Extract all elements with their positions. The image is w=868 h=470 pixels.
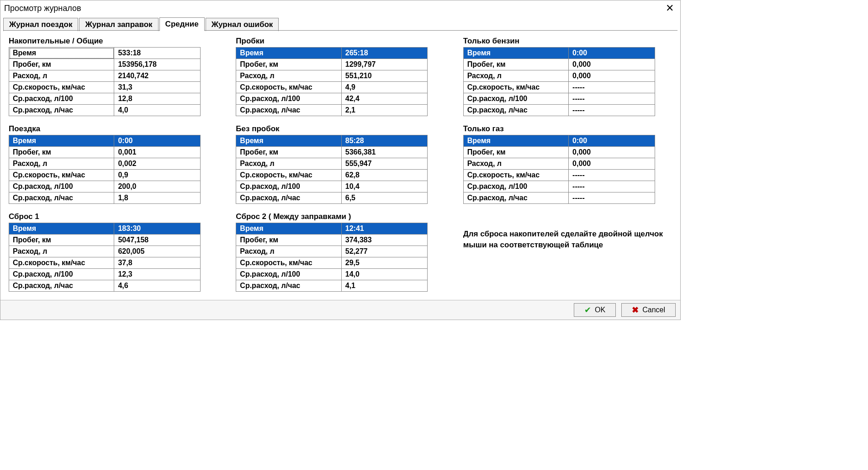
row-value: 12,3 <box>114 269 201 280</box>
table-row[interactable]: Расход, л620,005 <box>9 246 201 257</box>
row-label: Пробег, км <box>236 235 341 246</box>
table-row[interactable]: Ср.расход, л/100200,0 <box>9 181 201 192</box>
stats-table-no_traffic[interactable]: Время85:28Пробег, км5366,381Расход, л555… <box>236 135 428 204</box>
table-row[interactable]: Ср.расход, л/10012,3 <box>9 269 201 280</box>
row-value: ----- <box>569 192 655 204</box>
log-viewer-window: Просмотр журналов ✕ Журнал поездок Журна… <box>0 0 681 320</box>
table-row[interactable]: Время12:41 <box>236 223 428 235</box>
table-row[interactable]: Пробег, км0,000 <box>463 59 655 70</box>
block-title-trip: Поездка <box>9 124 217 134</box>
table-row[interactable]: Ср.расход, л/час2,1 <box>236 105 428 116</box>
row-value: 0,001 <box>114 147 201 158</box>
table-row[interactable]: Ср.скорость, км/час29,5 <box>236 257 428 269</box>
table-row[interactable]: Ср.расход, л/100----- <box>463 93 655 105</box>
x-icon: ✖ <box>632 305 639 315</box>
row-value: ----- <box>569 82 655 93</box>
row-value: ----- <box>569 170 655 181</box>
table-row[interactable]: Время533:18 <box>9 48 201 59</box>
tab-averages[interactable]: Средние <box>159 17 205 31</box>
row-value: 29,5 <box>341 257 428 269</box>
row-label: Расход, л <box>9 158 114 170</box>
stats-table-traffic[interactable]: Время265:18Пробег, км1299,797Расход, л55… <box>236 47 428 116</box>
table-row[interactable]: Ср.скорость, км/час31,3 <box>9 82 201 93</box>
table-row[interactable]: Расход, л0,000 <box>463 158 655 170</box>
block-title-reset1: Сброс 1 <box>9 212 217 221</box>
table-row[interactable]: Время0:00 <box>9 135 201 147</box>
cancel-button[interactable]: ✖ Cancel <box>621 303 676 317</box>
row-value: ----- <box>569 105 655 116</box>
table-row[interactable]: Ср.скорость, км/час----- <box>463 82 655 93</box>
row-label: Время <box>9 223 114 235</box>
table-row[interactable]: Время183:30 <box>9 223 201 235</box>
table-row[interactable]: Ср.расход, л/10042,4 <box>236 93 428 105</box>
ok-button[interactable]: ✔ OK <box>574 303 616 317</box>
table-row[interactable]: Ср.скорость, км/час----- <box>463 170 655 181</box>
row-label: Пробег, км <box>9 59 114 70</box>
row-label: Ср.расход, л/час <box>236 105 341 116</box>
stats-table-petrol_only[interactable]: Время0:00Пробег, км0,000Расход, л0,000Ср… <box>463 47 655 116</box>
block-title-petrol_only: Только бензин <box>463 37 672 46</box>
table-row[interactable]: Ср.расход, л/час4,0 <box>9 105 201 116</box>
table-row[interactable]: Время0:00 <box>463 135 655 147</box>
stats-table-cumulative[interactable]: Время533:18Пробег, км153956,178Расход, л… <box>9 47 201 116</box>
table-row[interactable]: Ср.расход, л/10012,8 <box>9 93 201 105</box>
table-row[interactable]: Расход, л551,210 <box>236 70 428 82</box>
table-row[interactable]: Расход, л0,000 <box>463 70 655 82</box>
row-value: 2140,742 <box>114 70 201 82</box>
row-value: 0,002 <box>114 158 201 170</box>
stats-table-reset2[interactable]: Время12:41Пробег, км374,383Расход, л52,2… <box>236 223 428 292</box>
row-label: Время <box>236 48 341 59</box>
dialog-footer: ✔ OK ✖ Cancel <box>0 300 680 320</box>
row-value: 31,3 <box>114 82 201 93</box>
table-row[interactable]: Время85:28 <box>236 135 428 147</box>
close-icon[interactable]: ✕ <box>663 2 677 14</box>
row-value: 0,000 <box>569 158 655 170</box>
table-row[interactable]: Ср.расход, л/час----- <box>463 105 655 116</box>
row-label: Ср.скорость, км/час <box>463 82 568 93</box>
tab-refuels[interactable]: Журнал заправок <box>79 18 158 31</box>
block-title-reset2: Сброс 2 ( Между заправками ) <box>236 212 445 221</box>
table-row[interactable]: Ср.расход, л/100----- <box>463 181 655 192</box>
row-value: 4,9 <box>341 82 428 93</box>
table-row[interactable]: Ср.расход, л/час4,1 <box>236 280 428 292</box>
stats-table-reset1[interactable]: Время183:30Пробег, км5047,158Расход, л62… <box>9 223 201 292</box>
row-value: 0,000 <box>569 59 655 70</box>
table-row[interactable]: Ср.скорость, км/час0,9 <box>9 170 201 181</box>
row-label: Время <box>463 135 568 147</box>
table-row[interactable]: Пробег, км5047,158 <box>9 235 201 246</box>
table-row[interactable]: Пробег, км153956,178 <box>9 59 201 70</box>
tab-errors[interactable]: Журнал ошибок <box>206 18 279 31</box>
table-row[interactable]: Ср.расход, л/час----- <box>463 192 655 204</box>
table-row[interactable]: Ср.расход, л/час4,6 <box>9 280 201 292</box>
row-value: 1299,797 <box>341 59 428 70</box>
row-label: Ср.скорость, км/час <box>463 170 568 181</box>
table-row[interactable]: Ср.скорость, км/час4,9 <box>236 82 428 93</box>
stats-table-gas_only[interactable]: Время0:00Пробег, км0,000Расход, л0,000Ср… <box>463 135 655 204</box>
table-row[interactable]: Ср.расход, л/10014,0 <box>236 269 428 280</box>
table-row[interactable]: Расход, л52,277 <box>236 246 428 257</box>
table-row[interactable]: Ср.расход, л/10010,4 <box>236 181 428 192</box>
row-label: Ср.расход, л/100 <box>236 269 341 280</box>
stats-table-trip[interactable]: Время0:00Пробег, км0,001Расход, л0,002Ср… <box>9 135 201 204</box>
table-row[interactable]: Время265:18 <box>236 48 428 59</box>
table-row[interactable]: Расход, л555,947 <box>236 158 428 170</box>
table-row[interactable]: Ср.скорость, км/час62,8 <box>236 170 428 181</box>
table-row[interactable]: Расход, л0,002 <box>9 158 201 170</box>
table-row[interactable]: Пробег, км0,000 <box>463 147 655 158</box>
table-row[interactable]: Пробег, км374,383 <box>236 235 428 246</box>
tab-trips[interactable]: Журнал поездок <box>3 18 78 31</box>
table-row[interactable]: Ср.расход, л/час1,8 <box>9 192 201 204</box>
row-value: 4,0 <box>114 105 201 116</box>
table-row[interactable]: Пробег, км5366,381 <box>236 147 428 158</box>
table-row[interactable]: Расход, л2140,742 <box>9 70 201 82</box>
check-icon: ✔ <box>584 305 591 315</box>
table-row[interactable]: Пробег, км1299,797 <box>236 59 428 70</box>
row-value: 42,4 <box>341 93 428 105</box>
table-row[interactable]: Ср.скорость, км/час37,8 <box>9 257 201 269</box>
table-row[interactable]: Ср.расход, л/час6,5 <box>236 192 428 204</box>
row-value: 85:28 <box>341 135 428 147</box>
content-grid: Накопительные / ОбщиеВремя533:18Пробег, … <box>0 31 680 300</box>
table-row[interactable]: Время0:00 <box>463 48 655 59</box>
table-row[interactable]: Пробег, км0,001 <box>9 147 201 158</box>
row-label: Ср.расход, л/100 <box>9 93 114 105</box>
